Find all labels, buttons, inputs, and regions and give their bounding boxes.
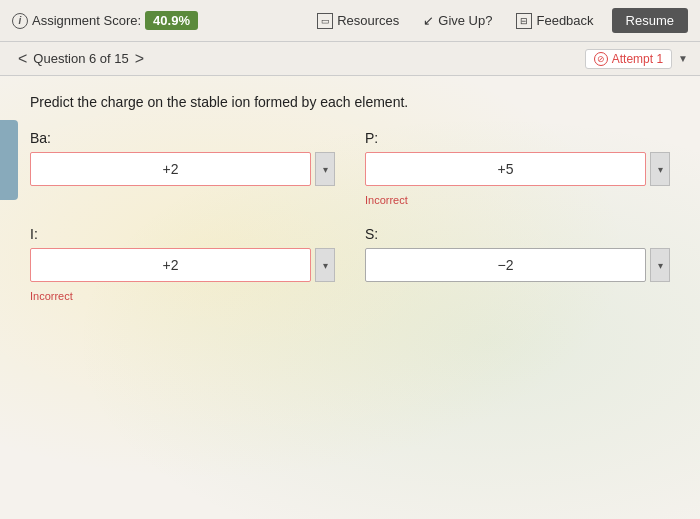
prev-question-button[interactable]: < [12,50,33,68]
answer-value-p: +5 [498,161,514,177]
element-label-ba: Ba: [30,130,335,146]
element-label-i: I: [30,226,335,242]
element-label-p: P: [365,130,670,146]
answer-row-i: +2 ▾ [30,248,335,282]
feedback-icon: ⊟ [516,13,532,29]
answer-row-s: −2 ▾ [365,248,670,282]
resources-button[interactable]: ▭ Resources [307,9,409,33]
left-sidebar-tab[interactable] [0,120,18,200]
element-label-s: S: [365,226,670,242]
resume-button[interactable]: Resume [612,8,688,33]
question-item-i: I: +2 ▾ Incorrect [30,226,335,302]
giveup-icon: ↙ [423,13,434,28]
giveup-button[interactable]: ↙ Give Up? [413,9,502,32]
answer-dropdown-s[interactable]: ▾ [650,248,670,282]
answer-value-ba: +2 [163,161,179,177]
score-badge: 40.9% [145,11,198,30]
question-item-s: S: −2 ▾ [365,226,670,302]
incorrect-label-p: Incorrect [365,194,670,206]
answer-row-p: +5 ▾ [365,152,670,186]
question-instruction: Predict the charge on the stable ion for… [30,94,670,110]
info-icon[interactable]: i [12,13,28,29]
assignment-score-section: i Assignment Score: 40.9% [12,11,198,30]
questions-grid: Ba: +2 ▾ P: +5 ▾ Incorrect I: [30,130,670,302]
question-bar: < Question 6 of 15 > ⊘ Attempt 1 ▼ [0,42,700,76]
question-item-p: P: +5 ▾ Incorrect [365,130,670,206]
next-question-button[interactable]: > [129,50,150,68]
answer-input-s[interactable]: −2 [365,248,646,282]
answer-row-ba: +2 ▾ [30,152,335,186]
assignment-score-label: Assignment Score: [32,13,141,28]
incorrect-label-i: Incorrect [30,290,335,302]
attempt-area: ⊘ Attempt 1 ▼ [585,49,688,69]
attempt-label: Attempt 1 [612,52,663,66]
question-label: Question 6 of 15 [33,51,128,66]
answer-value-i: +2 [163,257,179,273]
attempt-icon: ⊘ [594,52,608,66]
attempt-badge: ⊘ Attempt 1 [585,49,672,69]
answer-dropdown-i[interactable]: ▾ [315,248,335,282]
top-bar: i Assignment Score: 40.9% ▭ Resources ↙ … [0,0,700,42]
answer-input-p[interactable]: +5 [365,152,646,186]
answer-dropdown-p[interactable]: ▾ [650,152,670,186]
answer-dropdown-ba[interactable]: ▾ [315,152,335,186]
answer-value-s: −2 [498,257,514,273]
question-item-ba: Ba: +2 ▾ [30,130,335,206]
attempt-dropdown-button[interactable]: ▼ [678,53,688,64]
answer-input-i[interactable]: +2 [30,248,311,282]
answer-input-ba[interactable]: +2 [30,152,311,186]
main-content: Predict the charge on the stable ion for… [0,76,700,519]
feedback-button[interactable]: ⊟ Feedback [506,9,603,33]
resources-icon: ▭ [317,13,333,29]
